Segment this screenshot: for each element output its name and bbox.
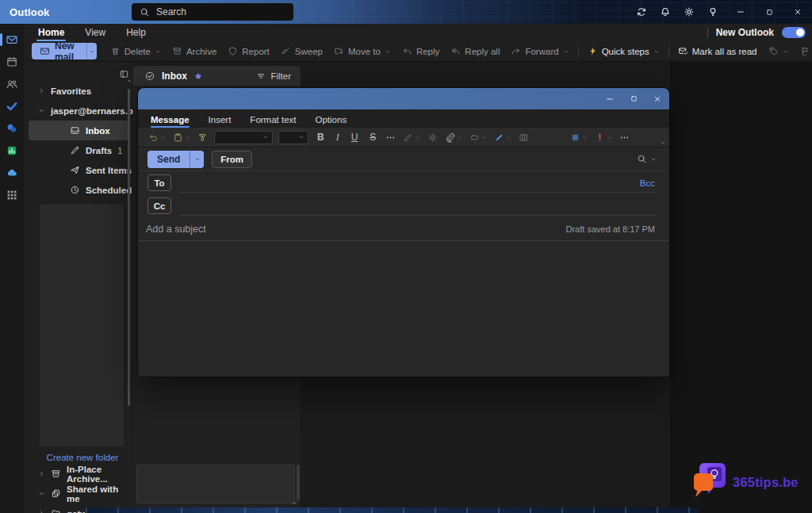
folder-item-favorites[interactable]: Favorites	[24, 81, 133, 101]
more-formatting-button[interactable]	[383, 132, 398, 143]
message-body-input[interactable]	[138, 241, 669, 377]
minimize-button[interactable]	[726, 0, 755, 24]
to-button[interactable]: To	[147, 174, 171, 191]
cc-input[interactable]	[179, 215, 657, 216]
tab-help[interactable]: Help	[126, 24, 146, 41]
attach-file-button[interactable]	[442, 132, 465, 143]
chevron-right-icon[interactable]	[38, 470, 45, 477]
undo-button[interactable]	[146, 132, 168, 143]
to-input[interactable]	[179, 192, 657, 193]
settings-icon[interactable]	[684, 6, 695, 17]
search-input[interactable]: Search	[132, 3, 293, 21]
sidebar-app-more-apps[interactable]	[0, 184, 24, 206]
folder-item-jasper-bernaers-be[interactable]: jasper@bernaers.be	[24, 101, 133, 121]
unread-count: 1	[117, 146, 133, 155]
list-scrollbar-down-icon[interactable]	[291, 500, 298, 507]
watermark: 365tips.be	[691, 461, 799, 503]
chevron-right-icon[interactable]	[38, 87, 45, 94]
tag-button[interactable]	[763, 43, 795, 60]
folder-scrollbar-up-icon[interactable]	[126, 78, 132, 84]
signature-button[interactable]	[492, 132, 514, 143]
new-mail-dropdown[interactable]	[86, 43, 97, 59]
envelope-check-icon	[678, 46, 688, 56]
create-new-folder-link[interactable]: Create new folder	[24, 450, 133, 464]
sidebar-app-mail[interactable]	[0, 29, 24, 51]
chevron-down-icon[interactable]	[38, 490, 45, 497]
tab-home[interactable]: Home	[38, 24, 64, 41]
archive-button[interactable]: Archive	[167, 43, 222, 60]
format-painter-button[interactable]	[195, 132, 210, 143]
maximize-button[interactable]	[755, 0, 783, 24]
bold-button[interactable]: B	[312, 132, 329, 143]
chevron-down-icon[interactable]	[38, 107, 45, 114]
reply-all-button[interactable]: Reply all	[445, 43, 505, 60]
theme-button[interactable]	[425, 132, 440, 143]
italic-button[interactable]: I	[331, 132, 344, 144]
editor-button[interactable]	[400, 132, 423, 143]
loop-components-button[interactable]	[467, 132, 489, 143]
report-button[interactable]: Report	[222, 43, 275, 60]
strikethrough-button[interactable]: S	[365, 132, 381, 143]
compose-tab-options[interactable]: Options	[316, 115, 347, 128]
minimize-button[interactable]	[598, 88, 622, 109]
sidebar-app-groups[interactable]	[0, 117, 24, 140]
new-mail-button[interactable]: New mail	[32, 43, 97, 59]
folder-item-inbox[interactable]: Inbox	[29, 121, 129, 140]
close-button[interactable]	[783, 0, 812, 24]
folder-item-sent-items[interactable]: Sent Items	[24, 160, 133, 180]
new-outlook-toggle[interactable]	[782, 27, 806, 38]
tab-view[interactable]: View	[85, 24, 105, 41]
sidebar-app-calendar[interactable]	[0, 51, 24, 73]
ribbon-overflow-chevron[interactable]	[801, 52, 808, 59]
list-scrollbar[interactable]	[297, 465, 300, 501]
groups-icon	[6, 122, 18, 135]
folder-item-drafts[interactable]: Drafts1	[24, 140, 133, 160]
select-all-icon[interactable]	[144, 71, 155, 82]
star-icon[interactable]	[193, 71, 203, 81]
send-dropdown[interactable]	[190, 151, 204, 168]
folder-scrollbar[interactable]	[128, 89, 130, 406]
cc-button[interactable]: Cc	[147, 197, 171, 214]
reply-button[interactable]: Reply	[396, 43, 445, 60]
delete-button[interactable]: Delete	[105, 43, 167, 60]
sidebar-app-planner[interactable]	[0, 140, 24, 162]
paste-button[interactable]	[170, 132, 193, 143]
filter-button[interactable]: Filter	[256, 71, 291, 81]
forward-button[interactable]: Forward	[505, 43, 574, 60]
sidebar-app-people[interactable]	[0, 73, 24, 95]
quick-steps-button[interactable]: Quick steps	[582, 43, 665, 60]
font-size-select[interactable]	[278, 131, 308, 144]
maximize-button[interactable]	[622, 88, 645, 109]
broom-icon	[281, 46, 291, 56]
chevron-right-icon[interactable]	[38, 510, 45, 513]
folder-item-in-place-archive[interactable]: In-Place Archive...	[24, 464, 133, 484]
tips-icon[interactable]	[707, 6, 718, 17]
sync-icon[interactable]	[636, 6, 647, 17]
folder-item-shared-with-me[interactable]: Shared with me	[24, 484, 133, 503]
sensitivity-button[interactable]	[568, 132, 590, 143]
toolbar-overflow-chevron[interactable]	[660, 140, 666, 146]
mark-all-as-read-button[interactable]: Mark all as read	[672, 43, 763, 60]
compose-tab-insert[interactable]: Insert	[209, 115, 232, 128]
folder-item-scheduled[interactable]: Scheduled	[24, 180, 133, 200]
table-button[interactable]	[516, 132, 531, 143]
importance-icon	[595, 132, 605, 143]
compose-tab-message[interactable]: Message	[151, 115, 190, 128]
compose-tab-format-text[interactable]: Format text	[250, 115, 296, 128]
zoom-control[interactable]	[637, 154, 657, 164]
sidebar-app-to-do[interactable]	[0, 95, 24, 117]
importance-button[interactable]	[592, 132, 615, 143]
sweep-button[interactable]: Sweep	[275, 43, 328, 60]
more-options-button[interactable]	[617, 132, 632, 143]
send-button[interactable]: Send	[147, 151, 204, 168]
bcc-link[interactable]: Bcc	[640, 178, 655, 188]
underline-button[interactable]: U	[347, 132, 363, 143]
font-family-select[interactable]	[214, 131, 273, 144]
sidebar-app-onedrive[interactable]	[0, 162, 24, 184]
move-to-button[interactable]: Move to	[328, 43, 396, 60]
notifications-icon[interactable]	[660, 6, 671, 17]
subject-input[interactable]: Add a subject	[146, 224, 206, 235]
from-button[interactable]: From	[212, 151, 252, 168]
close-button[interactable]	[645, 88, 669, 109]
planner-icon	[6, 144, 18, 157]
